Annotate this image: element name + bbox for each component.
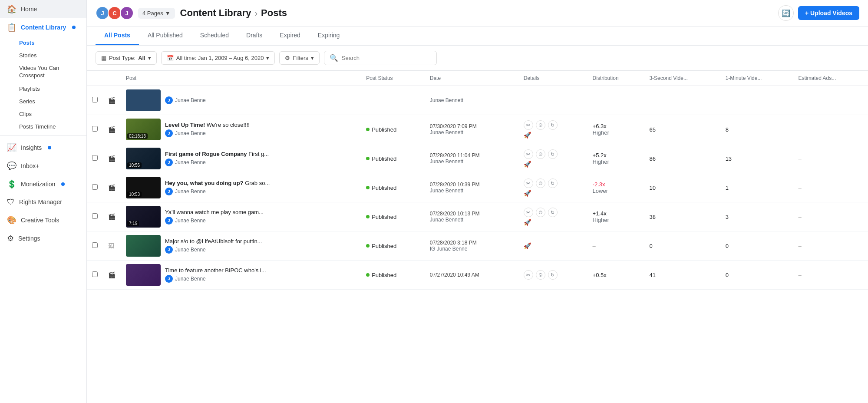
post-thumbnail: 02:18:13 — [126, 119, 161, 140]
sidebar-sub-item-videos-crosspost[interactable]: Videos You Can Crosspost — [0, 62, 86, 83]
filters-button[interactable]: ⚙ Filters ▾ — [279, 51, 319, 65]
scissors-icon[interactable]: ✂ — [524, 149, 533, 159]
breadcrumb: Content Library › Posts — [180, 7, 773, 19]
row-0-checkbox[interactable] — [92, 97, 98, 102]
sidebar-sub-item-clips[interactable]: Clips — [0, 108, 86, 120]
row-1-dist: +6.3x Higher — [587, 115, 644, 144]
sidebar-sub-item-playlists[interactable]: Playlists — [0, 83, 86, 95]
search-input[interactable] — [342, 55, 431, 61]
row-1-details: ✂ © ↻ 🚀 — [518, 115, 587, 144]
tab-all-posts[interactable]: All Posts — [96, 26, 139, 45]
post-type-value: All — [138, 55, 145, 61]
post-title: Hey you, what you doing up? Grab so... — [165, 180, 270, 186]
post-author: J Junae Benne — [165, 217, 264, 225]
row-1-checkbox[interactable] — [92, 126, 98, 132]
sidebar-sub-item-stories[interactable]: Stories — [0, 49, 86, 62]
sidebar-item-home[interactable]: 🏠 Home — [0, 0, 86, 18]
refresh-small-icon[interactable]: ↻ — [548, 178, 558, 188]
row-1-3sec: 65 — [644, 115, 720, 144]
boost-icon[interactable]: 🚀 — [524, 242, 531, 249]
row-4-post-cell: 7:19 Ya'll wanna watch me play some gam.… — [121, 202, 361, 231]
copyright-icon[interactable]: © — [536, 270, 545, 280]
row-0-status — [361, 86, 425, 115]
row-3-date: 07/28/2020 10:39 PM Junae Bennett — [425, 173, 518, 202]
sidebar-sub-item-posts[interactable]: Posts — [0, 36, 86, 49]
row-2-checkbox[interactable] — [92, 155, 98, 161]
scissors-icon[interactable]: ✂ — [524, 270, 533, 280]
refresh-small-icon[interactable]: ↻ — [548, 208, 558, 217]
scissors-icon[interactable]: ✂ — [524, 178, 533, 188]
tab-expired[interactable]: Expired — [271, 26, 309, 45]
sidebar-item-creative-tools[interactable]: 🎨 Creative Tools — [0, 211, 86, 229]
copyright-icon[interactable]: © — [536, 120, 545, 130]
sidebar-item-content-library[interactable]: 📋 Content Library — [0, 18, 86, 36]
refresh-button[interactable]: 🔄 — [778, 5, 794, 21]
scissors-icon[interactable]: ✂ — [524, 208, 533, 217]
status-dot — [366, 128, 370, 131]
row-4-checkbox[interactable] — [92, 213, 98, 219]
posts-table-wrap: Post Post Status Date Details Distributi… — [87, 71, 868, 403]
copyright-icon[interactable]: © — [536, 149, 545, 159]
copyright-icon[interactable]: © — [536, 178, 545, 188]
row-6-checkbox[interactable] — [92, 271, 98, 277]
date-value: 07/28/2020 10:39 PM — [430, 182, 513, 188]
sidebar-item-insights[interactable]: 📈 Insights — [0, 139, 86, 157]
pages-label: 4 Pages — [142, 10, 163, 17]
details-icons: 🚀 — [524, 242, 582, 249]
tab-drafts[interactable]: Drafts — [238, 26, 271, 45]
date-author: IG Junae Benne — [430, 246, 513, 252]
row-3-checkbox[interactable] — [92, 184, 98, 190]
settings-icon: ⚙ — [7, 234, 14, 243]
dist-value: +5.2x — [593, 152, 639, 159]
author-name: Junae Benne — [175, 247, 206, 253]
camera-icon: 🎬 — [108, 184, 116, 191]
sidebar-item-monetization[interactable]: 💲 Monetization — [0, 175, 86, 193]
search-box[interactable]: 🔍 — [324, 51, 437, 65]
boost-icon[interactable]: 🚀 — [524, 219, 531, 226]
status-label: Published — [372, 126, 396, 133]
copyright-icon[interactable]: © — [536, 208, 545, 217]
date-range-filter[interactable]: 📅 All time: Jan 1, 2009 – Aug 6, 2020 ▾ — [161, 51, 275, 65]
post-author: J Junae Benne — [165, 159, 269, 166]
post-cell: Major s/o to @LifeAtUbisoft for puttin..… — [126, 235, 356, 257]
row-5-checkbox[interactable] — [92, 242, 98, 248]
date-author: Junae Bennett — [430, 188, 513, 194]
row-3-checkbox-cell — [87, 173, 103, 202]
status-label: Published — [372, 214, 396, 220]
sidebar-item-rights-manager[interactable]: 🛡 Rights Manager — [0, 193, 86, 211]
post-type-filter[interactable]: ▦ Post Type: All ▾ — [96, 51, 157, 65]
sidebar-item-inbox[interactable]: 💬 Inbox+ — [0, 157, 86, 175]
row-6-dist: +0.5x — [587, 261, 644, 290]
refresh-small-icon[interactable]: ↻ — [548, 120, 558, 130]
status-dot — [366, 215, 370, 218]
sidebar-sub-item-posts-timeline[interactable]: Posts Timeline — [0, 120, 86, 133]
sidebar-item-settings[interactable]: ⚙ Settings — [0, 229, 86, 248]
author-name: Junae Benne — [175, 218, 206, 224]
upload-videos-button[interactable]: + Upload Videos — [798, 6, 859, 20]
boost-icon[interactable]: 🚀 — [524, 161, 531, 168]
pages-button[interactable]: 4 Pages ▼ — [138, 8, 175, 19]
refresh-small-icon[interactable]: ↻ — [548, 270, 558, 280]
table-header-row: Post Post Status Date Details Distributi… — [87, 71, 868, 86]
table-row: 🎬 02:18:13 Level Up Time! We're so close… — [87, 115, 868, 144]
row-3-3sec: 10 — [644, 173, 720, 202]
row-6-3sec: 41 — [644, 261, 720, 290]
tab-expiring[interactable]: Expiring — [309, 26, 349, 45]
row-6-ads: – — [793, 261, 868, 290]
boost-icon[interactable]: 🚀 — [524, 132, 531, 139]
boost-icon[interactable]: 🚀 — [524, 190, 531, 197]
sidebar-sub-item-series[interactable]: Series — [0, 95, 86, 108]
camera-icon: 🎬 — [108, 213, 116, 220]
icon-row-2: 🚀 — [524, 242, 582, 249]
details-icons: ✂ © ↻ — [524, 270, 582, 280]
sidebar-item-home-label: Home — [21, 6, 37, 13]
tab-scheduled[interactable]: Scheduled — [191, 26, 238, 45]
row-6-details: ✂ © ↻ — [518, 261, 587, 290]
scissors-icon[interactable]: ✂ — [524, 120, 533, 130]
refresh-small-icon[interactable]: ↻ — [548, 149, 558, 159]
status-badge: Published — [366, 155, 419, 162]
tab-all-published[interactable]: All Published — [139, 26, 191, 45]
camera-icon: 🎬 — [108, 97, 116, 104]
author-avatar: J — [165, 159, 173, 166]
row-4-ads: – — [793, 202, 868, 231]
